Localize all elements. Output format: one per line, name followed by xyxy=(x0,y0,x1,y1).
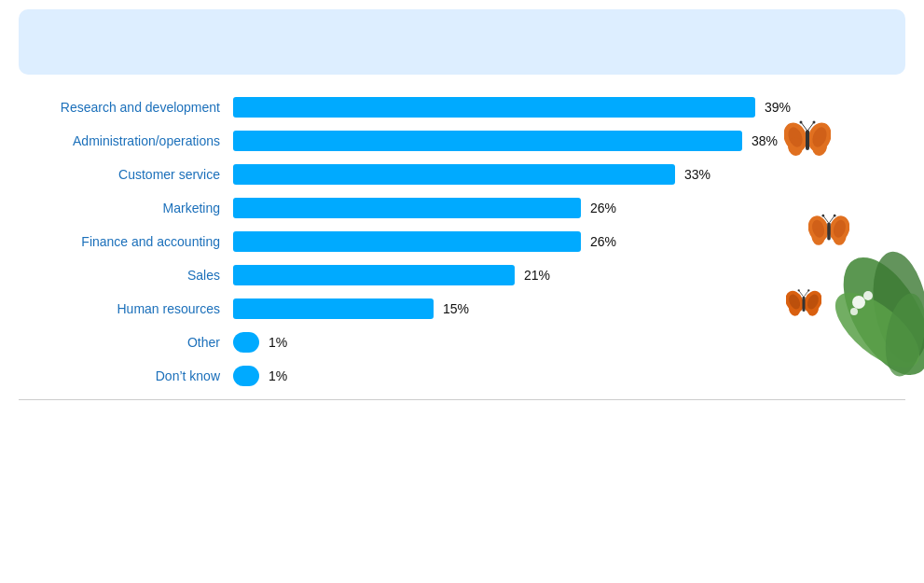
bar-row: Other1% xyxy=(28,332,700,353)
bar-visual xyxy=(233,298,434,319)
bar-wrap: 15% xyxy=(233,298,700,319)
bar-percentage: 39% xyxy=(765,100,791,115)
bar-percentage: 33% xyxy=(684,167,710,182)
bar-label: Human resources xyxy=(28,301,233,316)
bar-label: Marketing xyxy=(28,201,233,215)
bar-percentage: 21% xyxy=(524,268,550,283)
bar-visual xyxy=(233,97,755,118)
bar-row: Administration/operations38% xyxy=(28,131,700,151)
bar-percentage: 26% xyxy=(590,201,616,215)
bar-label: Administration/operations xyxy=(28,133,233,148)
bar-label: Finance and accounting xyxy=(28,234,233,249)
bar-row: Human resources15% xyxy=(28,298,700,319)
bar-percentage: 38% xyxy=(752,133,778,148)
bar-visual xyxy=(233,131,742,151)
bar-wrap: 26% xyxy=(233,198,700,218)
bar-label: Research and development xyxy=(28,100,233,115)
bar-visual xyxy=(233,164,675,185)
bar-percentage: 26% xyxy=(590,234,616,249)
bar-label: Customer service xyxy=(28,167,233,182)
bar-wrap: 1% xyxy=(233,366,700,386)
bar-wrap: 38% xyxy=(233,131,778,151)
bar-row: Customer service33% xyxy=(28,164,700,185)
chart-title xyxy=(47,26,877,58)
chart-title-box xyxy=(19,9,905,75)
bar-row: Sales21% xyxy=(28,265,700,285)
bar-visual xyxy=(233,231,581,252)
bar-percentage: 15% xyxy=(443,301,469,316)
bottom-divider xyxy=(19,399,905,400)
bar-wrap: 21% xyxy=(233,265,700,285)
bar-label: Sales xyxy=(28,268,233,283)
bar-wrap: 26% xyxy=(233,231,700,252)
bar-visual xyxy=(233,265,515,285)
bar-row: Don’t know1% xyxy=(28,366,700,386)
bar-percentage: 1% xyxy=(269,335,287,350)
bar-label: Don’t know xyxy=(28,368,233,383)
chart-area: Research and development39%Administratio… xyxy=(19,97,905,386)
bar-visual xyxy=(233,366,259,386)
bar-label: Other xyxy=(28,335,233,350)
bar-visual xyxy=(233,198,581,218)
bar-percentage: 1% xyxy=(269,368,287,383)
bar-row: Finance and accounting26% xyxy=(28,231,700,252)
bar-visual xyxy=(233,332,259,353)
bar-wrap: 1% xyxy=(233,332,700,353)
bar-row: Research and development39% xyxy=(28,97,700,118)
page-container: Research and development39%Administratio… xyxy=(0,0,924,419)
bar-wrap: 39% xyxy=(233,97,791,118)
bar-wrap: 33% xyxy=(233,164,710,185)
bar-row: Marketing26% xyxy=(28,198,700,218)
